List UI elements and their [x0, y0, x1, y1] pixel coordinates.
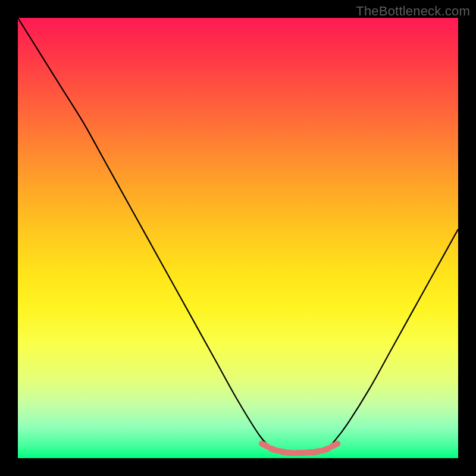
highlight-dots-group [258, 440, 342, 456]
curve-path [18, 18, 458, 454]
watermark-text: TheBottleneck.com [356, 4, 470, 19]
chart-container: TheBottleneck.com [0, 0, 476, 476]
bottleneck-curve-line [18, 18, 458, 454]
plot-area [18, 18, 458, 458]
chart-svg [18, 18, 458, 458]
